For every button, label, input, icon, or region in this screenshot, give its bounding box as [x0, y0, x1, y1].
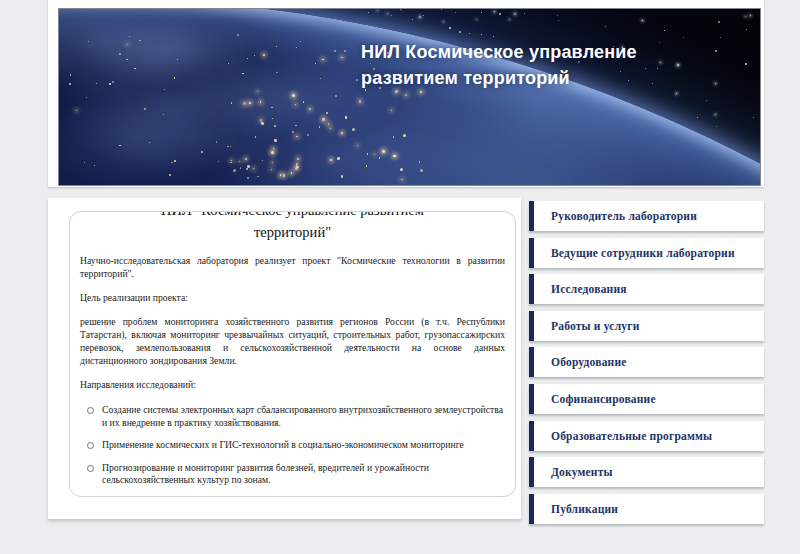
- content-row: НИЛ "Космическое управление развитием те…: [48, 198, 764, 530]
- sidebar-item-lab-head[interactable]: Руководитель лаборатории: [529, 201, 764, 231]
- intro-paragraph: Научно-исследовательская лаборатория реа…: [80, 254, 505, 280]
- earth-night-banner-image: НИЛ Космическое управление развитием тер…: [58, 8, 761, 186]
- nav-accent-bar: [529, 421, 534, 451]
- sidebar-item-label: Работы и услуги: [551, 320, 640, 332]
- research-direction-item: Разработка новой методики энерго- и ресу…: [80, 497, 505, 498]
- page: { "banner": { "title_line1": "НИЛ Космич…: [0, 0, 800, 554]
- sidebar-item-label: Оборудование: [551, 356, 627, 368]
- sidebar-item-publications[interactable]: Публикации: [529, 494, 764, 524]
- research-direction-item: Прогнозирование и мониторинг развития бо…: [80, 462, 505, 487]
- sidebar-nav: Руководитель лаборатории Ведущие сотрудн…: [529, 198, 764, 530]
- city-lights-decoration: [59, 9, 760, 185]
- sidebar-item-label: Ведущие сотрудники лаборатории: [551, 247, 735, 259]
- research-direction-item: Создание системы электронных карт сбалан…: [80, 404, 505, 429]
- slide: НИЛ Космическое управление развитием тер…: [48, 0, 764, 530]
- sidebar-item-documents[interactable]: Документы: [529, 457, 764, 487]
- goal-paragraph: решение проблем мониторинга хозяйственно…: [80, 315, 505, 367]
- content-card: НИЛ "Космическое управление развитием те…: [48, 198, 521, 519]
- sidebar-item-label: Образовательные программы: [551, 430, 712, 442]
- nav-accent-bar: [529, 457, 534, 487]
- sidebar-item-cofinancing[interactable]: Софинансирование: [529, 384, 764, 414]
- sidebar-item-label: Руководитель лаборатории: [551, 210, 697, 222]
- research-directions-list: Создание системы электронных карт сбалан…: [80, 404, 505, 497]
- sidebar-item-education-programs[interactable]: Образовательные программы: [529, 421, 764, 451]
- sidebar-item-label: Исследования: [551, 283, 627, 295]
- sidebar-item-label: Документы: [551, 466, 613, 478]
- page-title: НИЛ "Космическое управление развитием те…: [123, 211, 463, 243]
- sidebar-item-lab-staff[interactable]: Ведущие сотрудники лаборатории: [529, 238, 764, 268]
- nav-accent-bar: [529, 494, 534, 524]
- research-direction-item: Применение космических и ГИС-технологий …: [80, 439, 505, 452]
- sidebar-item-equipment[interactable]: Оборудование: [529, 347, 764, 377]
- nav-accent-bar: [529, 274, 534, 304]
- content-box: НИЛ "Космическое управление развитием те…: [69, 211, 516, 497]
- nav-accent-bar: [529, 347, 534, 377]
- nav-accent-bar: [529, 238, 534, 268]
- banner-title-line1: НИЛ Космическое управление: [361, 39, 637, 65]
- sidebar-item-label: Публикации: [551, 503, 618, 515]
- banner-title-line2: развитием территорий: [361, 65, 637, 91]
- goal-label: Цель реализации проекта:: [80, 291, 505, 304]
- nav-accent-bar: [529, 201, 534, 231]
- nav-accent-bar: [529, 311, 534, 341]
- sidebar-item-works-services[interactable]: Работы и услуги: [529, 311, 764, 341]
- sidebar-item-research[interactable]: Исследования: [529, 274, 764, 304]
- header-banner-card: НИЛ Космическое управление развитием тер…: [48, 0, 764, 187]
- directions-label: Направления исследований:: [80, 378, 505, 391]
- nav-accent-bar: [529, 384, 534, 414]
- sidebar-item-label: Софинансирование: [551, 393, 656, 405]
- banner-title: НИЛ Космическое управление развитием тер…: [361, 39, 637, 91]
